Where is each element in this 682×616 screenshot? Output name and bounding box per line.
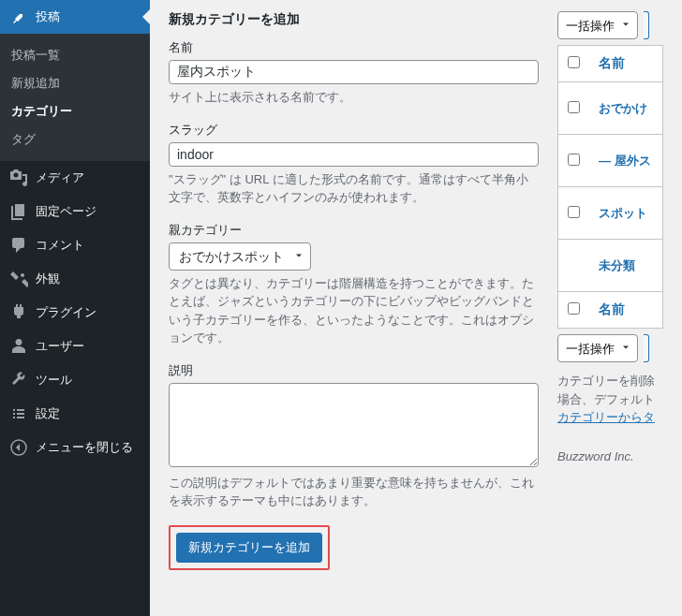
svg-point-0 bbox=[21, 273, 24, 277]
category-link[interactable]: — 屋外ス bbox=[599, 154, 651, 168]
row-checkbox[interactable] bbox=[568, 101, 580, 113]
parent-select[interactable]: おでかけスポット bbox=[169, 242, 311, 271]
slug-help: "スラッグ" は URL に適した形式の名前です。通常はすべて半角小文字で、英数… bbox=[169, 170, 539, 207]
submenu-all-posts[interactable]: 投稿一覧 bbox=[0, 41, 150, 69]
submit-highlight: 新規カテゴリーを追加 bbox=[169, 525, 330, 570]
name-help: サイト上に表示される名前です。 bbox=[169, 88, 539, 107]
table-row: 未分類 bbox=[558, 240, 663, 292]
media-icon bbox=[9, 169, 28, 187]
menu-appearance-label: 外観 bbox=[36, 271, 60, 287]
menu-settings[interactable]: 設定 bbox=[0, 397, 150, 431]
menu-tools-label: ツール bbox=[36, 372, 72, 389]
category-link[interactable]: おでかけ bbox=[599, 101, 647, 115]
name-label: 名前 bbox=[169, 39, 539, 56]
footer-credit: Buzzword Inc. bbox=[557, 449, 663, 463]
menu-settings-label: 設定 bbox=[36, 405, 60, 422]
menu-pages[interactable]: 固定ページ bbox=[0, 195, 150, 228]
select-all-bottom[interactable] bbox=[568, 302, 580, 315]
category-to-tag-link[interactable]: カテゴリーからタ bbox=[557, 410, 655, 424]
settings-icon bbox=[9, 404, 28, 423]
category-table: 名前 おでかけ — 屋外ス スポット 未分類 bbox=[557, 45, 663, 329]
row-checkbox[interactable] bbox=[568, 154, 580, 166]
menu-posts-label: 投稿 bbox=[36, 8, 60, 25]
delete-note: カテゴリーを削除 場合、デフォルト カテゴリーからタ bbox=[557, 372, 663, 427]
menu-media-label: メディア bbox=[36, 169, 84, 186]
table-row: スポット bbox=[558, 187, 663, 240]
submit-button[interactable]: 新規カテゴリーを追加 bbox=[176, 533, 322, 563]
menu-pages-label: 固定ページ bbox=[36, 203, 96, 220]
comments-icon bbox=[9, 236, 28, 255]
category-link[interactable]: スポット bbox=[599, 206, 647, 220]
row-checkbox[interactable] bbox=[568, 206, 580, 218]
pages-icon bbox=[9, 202, 28, 221]
apply-button-top[interactable] bbox=[644, 11, 649, 39]
menu-appearance[interactable]: 外観 bbox=[0, 262, 150, 296]
menu-users-label: ユーザー bbox=[36, 338, 84, 355]
posts-submenu: 投稿一覧 新規追加 カテゴリー タグ bbox=[0, 34, 150, 161]
menu-posts[interactable]: 投稿 bbox=[0, 0, 150, 34]
submenu-category[interactable]: カテゴリー bbox=[0, 97, 150, 125]
menu-media[interactable]: メディア bbox=[0, 161, 150, 195]
slug-label: スラッグ bbox=[169, 122, 539, 139]
menu-collapse[interactable]: メニューを閉じる bbox=[0, 431, 150, 464]
slug-input[interactable] bbox=[169, 142, 539, 167]
collapse-icon bbox=[9, 438, 28, 457]
menu-comments-label: コメント bbox=[36, 237, 84, 254]
desc-label: 説明 bbox=[169, 362, 539, 379]
parent-label: 親カテゴリー bbox=[169, 222, 539, 239]
submenu-new-post[interactable]: 新規追加 bbox=[0, 69, 150, 97]
select-all-top[interactable] bbox=[568, 56, 580, 68]
table-row: — 屋外ス bbox=[558, 135, 663, 187]
form-heading: 新規カテゴリーを追加 bbox=[169, 11, 539, 28]
users-icon bbox=[9, 337, 28, 356]
menu-users[interactable]: ユーザー bbox=[0, 330, 150, 363]
apply-button-bottom[interactable] bbox=[644, 334, 649, 362]
menu-tools[interactable]: ツール bbox=[0, 363, 150, 397]
menu-plugins[interactable]: プラグイン bbox=[0, 296, 150, 330]
parent-help: タグとは異なり、カテゴリーは階層構造を持つことができます。たとえば、ジャズという… bbox=[169, 274, 539, 347]
menu-collapse-label: メニューを閉じる bbox=[36, 439, 133, 456]
tools-icon bbox=[9, 371, 28, 389]
appearance-icon bbox=[9, 270, 28, 288]
menu-plugins-label: プラグイン bbox=[36, 304, 96, 321]
column-name-header[interactable]: 名前 bbox=[599, 55, 625, 70]
table-row: おでかけ bbox=[558, 82, 663, 135]
category-link[interactable]: 未分類 bbox=[599, 258, 635, 272]
plugins-icon bbox=[9, 303, 28, 322]
bulk-action-select-bottom[interactable]: 一括操作 bbox=[557, 334, 638, 362]
menu-comments[interactable]: コメント bbox=[0, 228, 150, 262]
desc-textarea[interactable] bbox=[169, 383, 539, 467]
submenu-tag[interactable]: タグ bbox=[0, 125, 150, 154]
desc-help: この説明はデフォルトではあまり重要な意味を持ちませんが、これを表示するテーマも中… bbox=[169, 474, 539, 510]
name-input[interactable] bbox=[169, 60, 539, 84]
pushpin-icon bbox=[9, 7, 28, 26]
bulk-action-select-top[interactable]: 一括操作 bbox=[557, 11, 638, 39]
column-name-footer[interactable]: 名前 bbox=[599, 301, 625, 316]
